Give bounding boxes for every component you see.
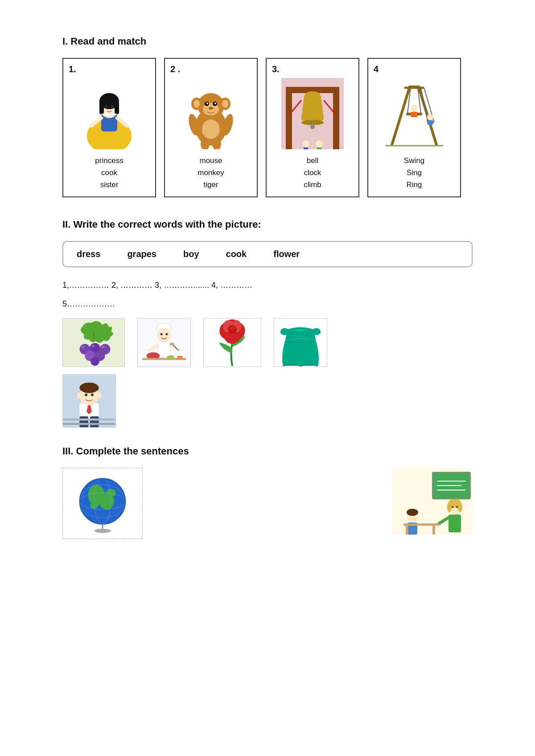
svg-point-129 xyxy=(456,506,458,508)
svg-point-52 xyxy=(427,114,433,120)
word-boy: boy xyxy=(183,249,199,259)
svg-rect-135 xyxy=(432,526,435,535)
images-row-2 xyxy=(62,374,473,428)
card-2-image xyxy=(180,78,242,149)
svg-line-49 xyxy=(421,88,428,120)
fill-line-2: 5……………… xyxy=(62,297,473,311)
card-4-number: 4 xyxy=(374,64,379,74)
svg-rect-126 xyxy=(449,515,461,532)
svg-point-99 xyxy=(79,383,99,393)
svg-point-103 xyxy=(91,394,94,396)
cook-image xyxy=(137,318,191,367)
word-dress: dress xyxy=(77,249,100,259)
svg-point-128 xyxy=(452,506,453,508)
svg-point-19 xyxy=(206,102,208,104)
svg-point-14 xyxy=(193,100,200,108)
card-3-image xyxy=(281,78,344,149)
globe-image xyxy=(62,468,143,539)
card-2-words: mouse monkey tiger xyxy=(198,155,224,191)
svg-point-33 xyxy=(310,125,315,129)
section3-images xyxy=(62,468,473,539)
word-grapes: grapes xyxy=(127,249,156,259)
svg-point-7 xyxy=(111,105,114,108)
svg-point-78 xyxy=(170,343,174,345)
svg-point-21 xyxy=(209,107,213,110)
svg-point-47 xyxy=(411,105,418,112)
svg-rect-96 xyxy=(79,417,88,428)
svg-rect-28 xyxy=(286,87,292,149)
word-bank: dress grapes boy cook flower xyxy=(62,241,473,267)
svg-point-93 xyxy=(312,328,321,335)
svg-rect-29 xyxy=(333,87,339,149)
svg-point-20 xyxy=(214,102,216,104)
card-1-words: princess cook sister xyxy=(95,155,123,191)
card-4: 4 xyxy=(367,58,461,197)
svg-point-65 xyxy=(102,346,105,348)
section3: III. Complete the sentences xyxy=(62,445,473,539)
svg-point-71 xyxy=(165,333,168,335)
fill-line-1: 1,…………… 2, ………… 3, …………...... 4, ………… xyxy=(62,278,473,292)
svg-point-38 xyxy=(316,140,323,147)
card-4-image xyxy=(383,78,445,149)
svg-point-36 xyxy=(302,140,309,147)
svg-point-63 xyxy=(81,346,85,348)
svg-rect-97 xyxy=(90,417,99,428)
svg-rect-39 xyxy=(317,147,321,149)
teacher-image xyxy=(392,468,473,535)
svg-point-124 xyxy=(447,502,452,512)
svg-point-6 xyxy=(105,105,107,108)
dress-image xyxy=(274,318,327,367)
svg-point-131 xyxy=(407,509,418,516)
svg-rect-48 xyxy=(411,112,418,117)
card-3: 3. xyxy=(266,58,359,197)
svg-line-40 xyxy=(392,87,410,145)
svg-point-26 xyxy=(202,119,220,139)
card-1-image xyxy=(78,78,140,149)
svg-point-125 xyxy=(458,502,462,512)
card-3-words: bell clock climb xyxy=(304,155,321,191)
svg-point-116 xyxy=(94,529,111,533)
card-2: 2 . xyxy=(164,58,258,197)
svg-point-64 xyxy=(91,345,95,347)
card-4-words: Swing Sing Ring xyxy=(404,155,424,191)
svg-rect-81 xyxy=(177,356,183,360)
svg-rect-37 xyxy=(304,147,308,149)
svg-point-100 xyxy=(77,393,81,399)
section3-title: III. Complete the sentences xyxy=(62,445,473,457)
section2-title: II. Write the correct words with the pic… xyxy=(62,219,473,230)
card-1: 1. xyxy=(62,58,156,197)
svg-point-62 xyxy=(91,357,99,366)
boy-image xyxy=(62,374,116,428)
svg-rect-5 xyxy=(115,101,119,114)
svg-point-16 xyxy=(222,100,228,108)
card-2-number: 2 . xyxy=(170,64,180,74)
svg-rect-134 xyxy=(406,526,408,535)
section1: I. Read and match 1. xyxy=(62,36,473,197)
section1-title: I. Read and match xyxy=(62,36,473,47)
svg-rect-4 xyxy=(99,101,104,114)
svg-point-90 xyxy=(230,326,235,331)
images-row-1 xyxy=(62,318,473,367)
word-cook: cook xyxy=(226,249,247,259)
svg-rect-133 xyxy=(403,523,439,526)
cards-row: 1. xyxy=(62,58,473,197)
svg-point-69 xyxy=(157,328,171,342)
svg-rect-104 xyxy=(63,419,115,421)
rose-image xyxy=(203,318,261,367)
svg-rect-105 xyxy=(63,423,115,425)
svg-point-80 xyxy=(167,356,174,359)
svg-point-102 xyxy=(85,394,87,396)
grapes-image xyxy=(62,318,125,367)
section2: II. Write the correct words with the pic… xyxy=(62,219,473,428)
svg-rect-53 xyxy=(427,120,433,125)
word-flower: flower xyxy=(273,249,300,259)
card-3-number: 3. xyxy=(272,64,280,74)
svg-point-101 xyxy=(97,393,102,399)
svg-point-70 xyxy=(160,333,163,335)
svg-point-92 xyxy=(280,328,289,335)
card-1-number: 1. xyxy=(69,64,76,74)
